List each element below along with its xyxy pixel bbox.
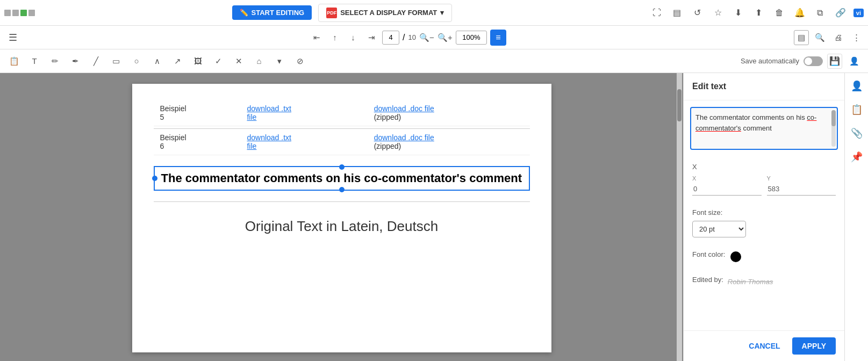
position-label: X <box>692 163 836 171</box>
font-color-row: Font color: <box>692 250 836 263</box>
line-icon[interactable]: ╱ <box>88 54 103 69</box>
row2-zipped: (zipped) <box>374 142 401 150</box>
row1-zipped: (zipped) <box>374 113 401 121</box>
pen-icon[interactable]: ✒ <box>68 54 83 69</box>
text-mode-button[interactable]: ≡ <box>490 30 506 46</box>
bell-icon[interactable]: 🔔 <box>792 5 807 20</box>
select-format-button[interactable]: PDF SELECT A DISPLAY FORMAT ▾ <box>318 4 452 22</box>
row1-link2[interactable]: download .doc file <box>374 104 434 113</box>
scroll-thumb <box>677 89 682 121</box>
nav-bar-right: ▤ 🔍 🖨 ⋮ <box>794 30 864 45</box>
handle-top[interactable] <box>339 164 345 170</box>
position-group: X X 0 Y 583 <box>684 156 844 202</box>
x-label: X <box>692 175 762 182</box>
top-bar-right: ⛶ ▤ ↺ ☆ ⬇ ⬆ 🗑 🔔 ⧉ 🔗 vi <box>649 5 864 20</box>
edited-by-name: Robin Thomas <box>728 278 773 286</box>
vi-badge[interactable]: vi <box>853 9 864 17</box>
markup-icon[interactable]: ✏ <box>47 54 62 69</box>
total-pages: 10 <box>408 33 415 41</box>
y-input[interactable]: 583 <box>767 183 836 196</box>
nav-bar-center: ⇤ ↑ ↓ ⇥ 4 / 10 🔍− 🔍+ 100% ≡ <box>25 30 791 46</box>
cancel-button[interactable]: CANCEL <box>742 337 786 355</box>
handle-bottom[interactable] <box>339 187 345 192</box>
checkmark-icon[interactable]: ✓ <box>211 54 226 69</box>
sq1 <box>4 10 11 16</box>
next-page-icon[interactable]: ↓ <box>346 30 361 45</box>
sidebar-toggle-icon[interactable]: ☰ <box>4 29 21 46</box>
profile-icon[interactable]: 👤 <box>847 54 862 69</box>
row1-col2: download .doc file (zipped) <box>368 100 530 126</box>
sticky-note-icon[interactable]: 📋 <box>6 54 21 69</box>
annotation-bar: 📋 T ✏ ✒ ╱ ▭ ○ ∧ ↗ 🖼 ✓ ✕ ⌂ ▾ ⊘ Save autom… <box>0 49 868 73</box>
edit-text-area[interactable]: The commentator comments on his co-comme… <box>690 107 838 150</box>
row1-link1[interactable]: download .txtfile <box>247 104 291 121</box>
font-color-circle[interactable] <box>730 251 741 262</box>
eraser-icon[interactable]: ⊘ <box>292 54 307 69</box>
row2-link1[interactable]: download .txtfile <box>247 133 291 150</box>
row2-label: Beispiel6 <box>154 129 241 155</box>
edited-by-row: Edited by: Robin Thomas <box>692 276 836 288</box>
apply-button[interactable]: APPLY <box>792 337 836 355</box>
copy-icon[interactable]: ⧉ <box>813 5 828 20</box>
row1-col1: download .txtfile <box>240 100 367 126</box>
row2-col2: download .doc file (zipped) <box>368 129 530 155</box>
search-panel-icon[interactable]: 🔍 <box>812 30 827 45</box>
edit-text-scrollbar[interactable] <box>831 110 836 147</box>
zoom-out-icon[interactable]: 🔍− <box>419 30 434 45</box>
selected-text-box[interactable]: The commentator comments on his co-comme… <box>154 166 530 191</box>
columns-icon[interactable]: ▤ <box>670 5 685 20</box>
view-toggle-icon[interactable]: ▤ <box>794 30 809 45</box>
circle-icon[interactable]: ○ <box>129 54 144 69</box>
text-tool-icon[interactable]: T <box>27 54 42 69</box>
upload-icon[interactable]: ⬆ <box>751 5 766 20</box>
prev-page-icon[interactable]: ↑ <box>327 30 342 45</box>
link-icon[interactable]: 🔗 <box>833 5 848 20</box>
start-editing-label: START EDITING <box>252 9 305 17</box>
trash-icon[interactable]: 🗑 <box>772 5 787 20</box>
pdf-area[interactable]: Beispiel5 download .txtfile download .do… <box>0 73 683 361</box>
x-input[interactable]: 0 <box>692 183 762 196</box>
save-auto-label: Save automatically <box>741 57 799 65</box>
refresh-icon[interactable]: ↺ <box>690 5 705 20</box>
edit-text-thumb <box>831 110 836 126</box>
print-icon[interactable]: 🖨 <box>830 30 845 45</box>
current-page-input[interactable]: 4 <box>382 31 399 45</box>
account-icon[interactable]: 👤 <box>848 77 865 95</box>
start-editing-button[interactable]: ✏️ START EDITING <box>232 5 312 20</box>
zoom-in-icon[interactable]: 🔍+ <box>437 30 453 45</box>
clipboard-icon[interactable]: 📎 <box>848 125 865 142</box>
scroll-indicator[interactable] <box>677 73 682 361</box>
font-size-group: Font size: 20 pt 12 pt 14 pt 16 pt 18 pt… <box>684 202 844 244</box>
annotation-tools: 📋 T ✏ ✒ ╱ ▭ ○ ∧ ↗ 🖼 ✓ ✕ ⌂ ▾ ⊘ <box>6 54 735 69</box>
right-panel: Edit text The commentator comments on hi… <box>683 73 844 361</box>
pdf-table: Beispiel5 download .txtfile download .do… <box>154 100 530 155</box>
checklist-icon[interactable]: 📋 <box>848 101 865 118</box>
table-row: Beispiel6 download .txtfile download .do… <box>154 129 530 155</box>
edited-by-label: Edited by: <box>692 276 723 284</box>
paste-icon[interactable]: 📌 <box>848 148 865 165</box>
y-field: Y 583 <box>767 175 836 196</box>
first-page-icon[interactable]: ⇤ <box>309 30 324 45</box>
rectangle-icon[interactable]: ▭ <box>109 54 124 69</box>
edit-icon: ✏️ <box>240 9 248 17</box>
save-icon-btn[interactable]: 💾 <box>827 54 842 69</box>
row2-col1: download .txtfile <box>240 129 367 155</box>
stamp-dropdown-icon[interactable]: ▾ <box>272 54 287 69</box>
font-size-select[interactable]: 20 pt 12 pt 14 pt 16 pt 18 pt 24 pt <box>692 221 746 237</box>
stamp-icon[interactable]: ⌂ <box>252 54 267 69</box>
row2-link2[interactable]: download .doc file <box>374 133 434 142</box>
download-icon[interactable]: ⬇ <box>731 5 746 20</box>
cross-icon[interactable]: ✕ <box>231 54 246 69</box>
last-page-icon[interactable]: ⇥ <box>364 30 379 45</box>
more-options-icon[interactable]: ⋮ <box>849 30 864 45</box>
star-icon[interactable]: ☆ <box>711 5 726 20</box>
polyline-icon[interactable]: ∧ <box>149 54 164 69</box>
fullscreen-icon[interactable]: ⛶ <box>649 5 664 20</box>
save-auto-toggle[interactable] <box>804 56 823 66</box>
image-icon[interactable]: 🖼 <box>190 54 205 69</box>
pdf-divider <box>154 201 530 202</box>
arrow-icon[interactable]: ↗ <box>170 54 185 69</box>
zoom-input[interactable]: 100% <box>456 31 487 45</box>
top-bar-left <box>4 10 35 16</box>
handle-left[interactable] <box>152 176 157 181</box>
